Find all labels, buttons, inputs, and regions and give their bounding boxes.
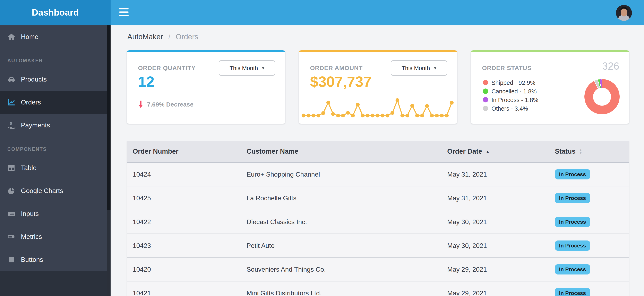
sidebar-item-payments[interactable]: $Payments (0, 114, 107, 137)
order-quantity-period-select[interactable]: This Month ▾ (219, 60, 275, 76)
order-status-total: 326 (602, 60, 619, 72)
sidebar-item-label: Google Charts (21, 187, 63, 194)
user-avatar[interactable] (616, 5, 632, 21)
column-header-order-number[interactable]: Order Number (133, 148, 246, 155)
hand-dollar-icon: $ (7, 121, 16, 130)
status-cell: In Process (555, 193, 629, 203)
pie-chart-icon (7, 186, 16, 196)
sidebar-item-products[interactable]: Products (0, 68, 107, 91)
order-amount-period-select[interactable]: This Month ▾ (391, 60, 447, 76)
sidebar-item-buttons[interactable]: Buttons (0, 248, 107, 271)
sidebar-item-label: Table (21, 164, 37, 172)
column-header-customer-name[interactable]: Customer Name (246, 148, 447, 155)
donut-hole (593, 88, 611, 106)
sidebar-item-label: Buttons (21, 256, 43, 264)
order-date-cell: May 31, 2021 (447, 171, 555, 178)
order-date-cell: May 30, 2021 (447, 218, 555, 226)
order-quantity-change: 7.69% Decrease (138, 100, 194, 108)
orders-table-body: 10424Euro+ Shopping ChannelMay 31, 2021I… (127, 163, 629, 296)
status-cell: In Process (555, 264, 629, 274)
status-badge: In Process (555, 264, 590, 274)
order-amount-sparkline (300, 92, 454, 121)
sidebar-section-label: AUTOMAKER (0, 53, 107, 68)
period-select-value: This Month (402, 65, 430, 71)
breadcrumb-separator: / (168, 33, 170, 41)
order-number-cell: 10421 (133, 290, 246, 296)
legend-item: In Process - 1.8% (483, 96, 538, 104)
sidebar-nav: HomeAUTOMAKERProductsOrders$PaymentsCOMP… (0, 26, 107, 271)
sidebar-section-label: COMPONENTS (0, 142, 107, 156)
status-badge: In Process (555, 288, 590, 296)
sidebar-footer (0, 271, 110, 296)
app-title: Dashboard (0, 0, 110, 26)
sidebar-item-metrics[interactable]: Metrics (0, 225, 107, 248)
period-select-value: This Month (230, 65, 258, 71)
column-header-order-date[interactable]: Order Date▲ (447, 148, 555, 155)
order-amount-title: ORDER AMOUNT (310, 64, 363, 71)
table-row[interactable]: 10423Petit AutoMay 30, 2021In Process (127, 234, 629, 258)
order-number-cell: 10422 (133, 218, 246, 226)
order-number-cell: 10424 (133, 171, 246, 178)
sidebar-scrollbar-thumb[interactable] (107, 26, 110, 210)
sort-ascending-icon: ▲ (486, 149, 490, 154)
home-icon (7, 32, 16, 42)
sidebar-scrollbar[interactable] (107, 26, 110, 296)
legend-label: In Process - 1.8% (492, 96, 538, 103)
breadcrumb-current: Orders (176, 33, 198, 41)
breadcrumb-parent[interactable]: AutoMaker (127, 33, 163, 41)
battery-icon (7, 232, 16, 241)
legend-label: Cancelled - 1.8% (492, 88, 537, 94)
customer-name-cell: Mini Gifts Distributors Ltd. (246, 290, 447, 296)
status-badge: In Process (555, 240, 590, 251)
column-header-status[interactable]: Status▲▼ (555, 148, 629, 155)
legend-label: Shipped - 92.9% (492, 79, 535, 86)
table-row[interactable]: 10422Diecast Classics Inc.May 30, 2021In… (127, 210, 629, 234)
status-cell: In Process (555, 169, 629, 180)
legend-dot-icon (483, 88, 488, 94)
table-row[interactable]: 10425La Rochelle GiftsMay 31, 2021In Pro… (127, 186, 629, 210)
sidebar-item-google-charts[interactable]: Google Charts (0, 180, 107, 202)
order-date-cell: May 29, 2021 (447, 266, 555, 273)
column-header-label: Customer Name (246, 148, 298, 155)
legend-dot-icon (483, 106, 488, 111)
orders-table: Order NumberCustomer NameOrder Date▲Stat… (127, 141, 629, 296)
customer-name-cell: Euro+ Shopping Channel (246, 171, 447, 178)
hamburger-icon[interactable] (119, 8, 128, 16)
legend-item: Cancelled - 1.8% (483, 87, 538, 96)
customer-name-cell: Petit Auto (246, 242, 447, 249)
column-header-label: Order Date (447, 148, 482, 155)
order-amount-value: $307,737 (310, 73, 372, 90)
sidebar-item-inputs[interactable]: Inputs (0, 202, 107, 225)
avatar-image (616, 5, 632, 21)
order-quantity-card: ORDER QUANTITY This Month ▾ 12 7.69% Dec… (127, 50, 285, 124)
status-cell: In Process (555, 240, 629, 251)
main-content: AutoMaker / Orders ORDER QUANTITY This M… (110, 26, 644, 296)
order-date-cell: May 30, 2021 (447, 242, 555, 249)
table-row[interactable]: 10421Mini Gifts Distributors Ltd.May 29,… (127, 282, 629, 296)
sidebar-item-label: Inputs (21, 210, 39, 218)
order-number-cell: 10423 (133, 242, 246, 249)
order-quantity-title: ORDER QUANTITY (138, 64, 196, 71)
legend-dot-icon (483, 97, 488, 102)
order-number-cell: 10420 (133, 266, 246, 273)
sidebar-item-table[interactable]: Table (0, 156, 107, 180)
order-date-cell: May 29, 2021 (447, 290, 555, 296)
sidebar-item-label: Home (21, 33, 38, 40)
status-badge: In Process (555, 169, 590, 180)
status-badge: In Process (555, 217, 590, 227)
sidebar-item-home[interactable]: Home (0, 26, 107, 48)
breadcrumb: AutoMaker / Orders (127, 33, 198, 42)
sidebar-item-label: Products (21, 76, 47, 83)
chart-line-icon (7, 98, 16, 107)
order-number-cell: 10425 (133, 194, 246, 202)
sidebar-item-orders[interactable]: Orders (0, 91, 107, 114)
table-row[interactable]: 10424Euro+ Shopping ChannelMay 31, 2021I… (127, 163, 629, 186)
square-icon (7, 255, 16, 264)
legend-dot-icon (483, 80, 488, 85)
table-row[interactable]: 10420Souveniers And Things Co.May 29, 20… (127, 258, 629, 282)
column-header-label: Order Number (133, 148, 178, 155)
chevron-down-icon: ▾ (262, 65, 264, 71)
customer-name-cell: La Rochelle Gifts (246, 194, 447, 202)
keyboard-icon (7, 209, 16, 218)
order-status-legend: Shipped - 92.9%Cancelled - 1.8%In Proces… (483, 78, 538, 113)
